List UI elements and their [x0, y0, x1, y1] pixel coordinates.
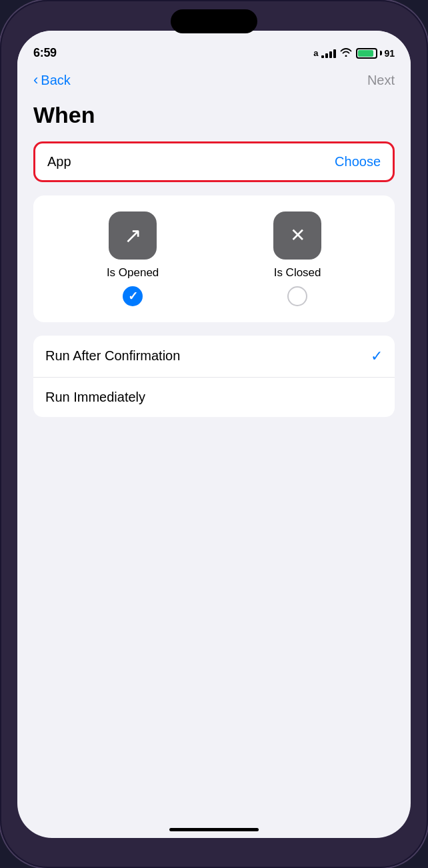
is-closed-icon-box: ✕: [273, 211, 321, 260]
x-icon: ✕: [290, 226, 305, 245]
is-closed-radio[interactable]: [287, 286, 307, 306]
run-options-card: Run After Confirmation ✓ Run Immediately: [33, 336, 395, 417]
back-button[interactable]: ‹ Back: [33, 72, 71, 89]
run-immediately-label: Run Immediately: [45, 390, 145, 405]
page-title: When: [33, 102, 395, 128]
is-opened-radio[interactable]: ✓: [123, 286, 143, 306]
content-area: When App Choose ↗ Is Opened ✓: [17, 91, 411, 828]
run-after-confirmation-check: ✓: [371, 348, 383, 365]
back-chevron-icon: ‹: [33, 71, 38, 89]
is-opened-option[interactable]: ↗ Is Opened ✓: [107, 211, 159, 306]
wifi-icon: [340, 47, 352, 59]
status-bar: 6:59 a: [17, 31, 411, 67]
app-row[interactable]: App Choose: [33, 141, 395, 182]
battery-fill: [358, 50, 373, 57]
app-label: App: [47, 154, 71, 169]
run-after-confirmation-row[interactable]: Run After Confirmation ✓: [33, 336, 395, 378]
phone-frame: 6:59 a: [0, 0, 428, 868]
is-opened-icon-box: ↗: [109, 211, 157, 260]
home-indicator: [169, 828, 259, 831]
status-time: 6:59: [33, 46, 57, 60]
choose-button[interactable]: Choose: [335, 154, 381, 169]
checkmark-icon: ✓: [128, 290, 138, 302]
trigger-options-card: ↗ Is Opened ✓ ✕ Is Closed: [33, 195, 395, 322]
dynamic-island: [171, 9, 257, 33]
is-closed-label: Is Closed: [274, 266, 321, 280]
battery-indicator: 91: [356, 48, 395, 59]
battery-percent: 91: [384, 48, 395, 59]
is-opened-label: Is Opened: [107, 266, 159, 280]
back-label: Back: [41, 73, 70, 88]
status-icons: a: [313, 47, 395, 59]
data-icon: a: [313, 48, 317, 58]
run-immediately-row[interactable]: Run Immediately: [33, 378, 395, 417]
battery-tip: [380, 51, 382, 55]
signal-bars-icon: [321, 49, 336, 58]
battery-box: [356, 48, 377, 59]
phone-screen: 6:59 a: [17, 31, 411, 838]
run-after-confirmation-label: Run After Confirmation: [45, 348, 180, 364]
is-closed-option[interactable]: ✕ Is Closed: [273, 211, 321, 306]
arrow-up-right-icon: ↗: [124, 225, 142, 246]
next-button[interactable]: Next: [367, 73, 395, 88]
nav-bar: ‹ Back Next: [17, 67, 411, 91]
